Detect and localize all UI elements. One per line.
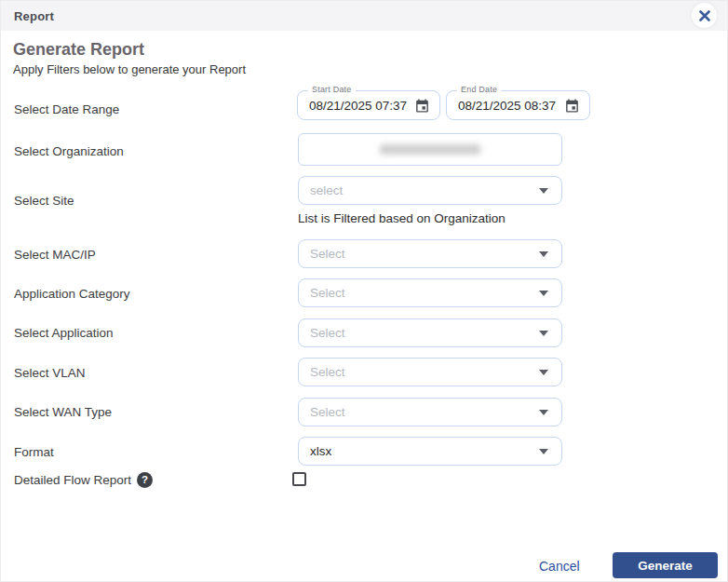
app-category-select-placeholder: Select <box>310 286 539 300</box>
vlan-select-placeholder: Select <box>310 365 539 379</box>
organization-input[interactable] <box>298 133 562 166</box>
site-select[interactable]: select <box>298 176 562 205</box>
chevron-down-icon <box>539 370 548 375</box>
label-format: Format <box>14 445 54 459</box>
chevron-down-icon <box>539 410 548 415</box>
dialog-title: Report <box>14 9 54 23</box>
generate-report-dialog: Report Generate Report Apply Filters bel… <box>0 0 728 582</box>
site-select-placeholder: select <box>310 183 539 197</box>
close-icon <box>699 10 710 21</box>
start-date-input[interactable]: Start Date 08/21/2025 07:37 <box>297 90 440 120</box>
label-mac-ip: Select MAC/IP <box>14 248 96 262</box>
detailed-flow-report-checkbox[interactable] <box>292 472 306 486</box>
chevron-down-icon <box>539 188 548 194</box>
calendar-icon[interactable] <box>564 98 580 114</box>
cancel-button[interactable]: Cancel <box>528 557 591 575</box>
label-organization: Select Organization <box>14 144 124 158</box>
application-select[interactable]: Select <box>298 318 562 347</box>
wan-type-select[interactable]: Select <box>298 398 562 426</box>
format-select-value: xlsx <box>310 444 539 458</box>
end-date-input[interactable]: End Date 08/21/2025 08:37 <box>446 90 590 120</box>
page-title: Generate Report <box>13 40 144 60</box>
detailed-flow-report-text: Detailed Flow Report <box>14 473 131 487</box>
label-app-category: Application Category <box>14 287 130 301</box>
help-icon[interactable]: ? <box>137 472 153 488</box>
application-select-placeholder: Select <box>310 326 539 340</box>
label-application: Select Application <box>14 326 114 340</box>
start-date-float-label: Start Date <box>308 85 356 94</box>
label-detailed-flow-report: Detailed Flow Report ? <box>14 472 153 488</box>
wan-type-select-placeholder: Select <box>310 405 539 419</box>
label-vlan: Select VLAN <box>14 366 86 380</box>
end-date-float-label: End Date <box>457 85 501 94</box>
mac-ip-select[interactable]: Select <box>298 239 562 268</box>
label-site: Select Site <box>14 194 74 208</box>
label-date-range: Select Date Range <box>14 102 119 116</box>
chevron-down-icon <box>539 291 548 296</box>
end-date-value: 08/21/2025 08:37 <box>458 99 559 113</box>
chevron-down-icon <box>539 449 548 454</box>
chevron-down-icon <box>539 331 548 336</box>
close-button[interactable] <box>692 3 717 28</box>
chevron-down-icon <box>539 251 548 257</box>
calendar-icon[interactable] <box>414 98 430 114</box>
site-helper-text: List is Filtered based on Organization <box>298 211 506 225</box>
organization-redacted-value <box>380 144 480 155</box>
generate-button[interactable]: Generate <box>613 552 718 578</box>
dialog-header: Report <box>1 1 727 31</box>
format-select[interactable]: xlsx <box>298 437 562 466</box>
label-wan-type: Select WAN Type <box>14 405 112 419</box>
page-subtitle: Apply Filters below to generate your Rep… <box>13 62 246 76</box>
vlan-select[interactable]: Select <box>298 358 562 386</box>
start-date-value: 08/21/2025 07:37 <box>309 99 409 113</box>
app-category-select[interactable]: Select <box>298 278 562 307</box>
mac-ip-select-placeholder: Select <box>310 247 539 261</box>
